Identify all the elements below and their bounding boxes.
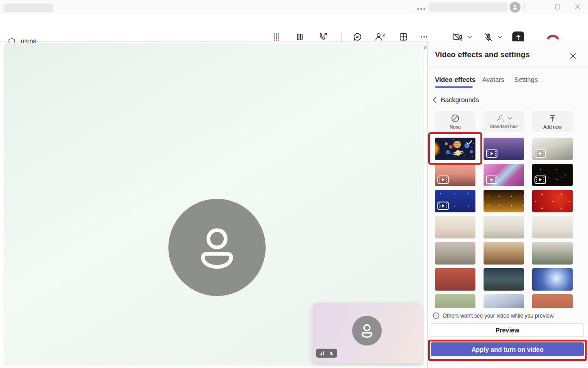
none-icon [451,114,460,123]
background-thumbnail-black-orange-sparks[interactable] [532,164,573,186]
camera-off-icon [452,31,463,42]
video-background-icon [486,149,498,158]
background-thumbnail-pink-clouds[interactable] [435,164,475,186]
background-thumbnail-green-arches[interactable] [435,294,475,308]
search-box-redacted[interactable] [429,3,507,12]
panel-divider [428,67,588,68]
tab-video-effects[interactable]: Video effects [435,76,475,83]
dial-pad-icon [271,31,282,42]
transfer-icon [317,31,328,42]
blur-icon [496,114,505,122]
tab-settings[interactable]: Settings [514,76,538,83]
video-background-icon [437,202,449,210]
preview-button[interactable]: Preview [431,323,584,337]
background-thumbnail-terracotta-room[interactable] [435,268,475,291]
backgrounds-back-button[interactable]: Backgrounds [433,96,479,103]
signal-strength-icon [319,350,325,356]
background-thumbnail-glass-lounge[interactable] [532,242,573,265]
blur-options-chevron-icon[interactable] [507,117,512,120]
background-thumbnail-warp-speed[interactable] [532,268,573,291]
close-window-button[interactable] [569,0,587,13]
background-blur-button[interactable]: Standard blur [484,111,524,132]
background-thumbnail-red-bokeh[interactable] [532,190,573,212]
more-icon [419,31,430,42]
background-thumbnail-snow-clouds[interactable] [532,138,573,160]
background-thumbnail-beige-interior[interactable] [435,216,475,238]
window-title-bar: ••• [0,0,588,14]
minimize-icon [534,4,539,9]
video-background-icon [486,175,498,184]
video-background-icon [534,149,546,158]
chevron-left-icon [433,97,437,103]
panel-close-button[interactable] [566,50,579,61]
video-background-icon [437,175,449,184]
background-thumbnail-wood-dining-room[interactable] [484,242,524,265]
background-thumbnail-blue-abstract[interactable] [484,294,524,308]
blur-label: Standard blur [489,124,518,129]
leave-call-icon [546,31,560,41]
add-new-label: Add new [543,124,562,130]
people-count-badge: 2 [383,32,385,37]
background-thumbnail-blue-sparkles[interactable] [435,190,475,212]
background-options-row: None Standard blur Add new [435,111,573,132]
self-preview-tile[interactable] [312,303,422,363]
background-thumbnail-pink-crystals[interactable] [484,164,524,186]
mic-off-icon [328,350,334,356]
self-avatar [352,316,382,346]
backgrounds-label: Backgrounds [441,96,479,103]
view-icon [398,31,409,42]
none-label: None [449,124,461,130]
tab-avatars[interactable]: Avatars [482,76,504,83]
participant-avatar [168,199,266,296]
close-icon [570,53,576,59]
profile-avatar[interactable] [510,2,520,13]
person-icon [358,322,376,340]
camera-options-chevron-icon[interactable] [467,36,472,39]
mic-off-icon [483,31,493,42]
info-icon [433,312,439,319]
mic-options-chevron-icon[interactable] [498,36,502,39]
minimize-button[interactable] [528,0,546,13]
window-title-redacted [4,4,53,12]
background-thumbnail-gold-glitter[interactable] [484,190,524,212]
background-thumbnail-concrete-lounge[interactable] [435,242,475,265]
maximize-button[interactable] [548,0,566,13]
panel-title: Video effects and settings [435,50,529,59]
title-bar-more-icon[interactable]: ••• [417,5,426,13]
background-thumbnail-desert-arch[interactable] [532,294,573,308]
apply-and-turn-on-video-button[interactable]: Apply and turn on video [431,342,584,356]
background-thumbnail-white-circle-room[interactable] [532,216,573,238]
active-tab-indicator [435,86,473,88]
chat-icon [352,31,363,42]
backgrounds-grid [435,138,574,308]
hold-icon [294,31,305,42]
person-icon [512,4,518,10]
title-bar-divider [524,3,525,11]
background-add-new-button[interactable]: Add new [532,111,573,132]
video-background-icon [534,175,546,184]
close-icon [575,4,580,9]
background-none-button[interactable]: None [435,111,475,132]
background-thumbnail-scifi-planet[interactable] [484,268,524,291]
people-icon: 2 [374,31,387,42]
background-thumbnail-purple-mountains[interactable] [484,138,524,160]
person-icon [190,220,244,274]
maximize-icon [555,4,560,9]
call-toolbar: 03:08 Dial pad Hold [0,14,588,42]
self-status-badge [316,349,337,358]
preview-notice: Others won't see your video while you pr… [433,312,555,319]
teams-call-window: { "colors": { "accent": "#5b5fc7", "anno… [0,0,588,368]
preview-notice-text: Others won't see your video while you pr… [443,313,555,319]
upload-icon [548,114,557,123]
background-thumbnail-bright-office[interactable] [484,216,524,238]
selected-check-icon [466,140,472,145]
background-thumbnail-solar-system[interactable] [435,138,475,160]
